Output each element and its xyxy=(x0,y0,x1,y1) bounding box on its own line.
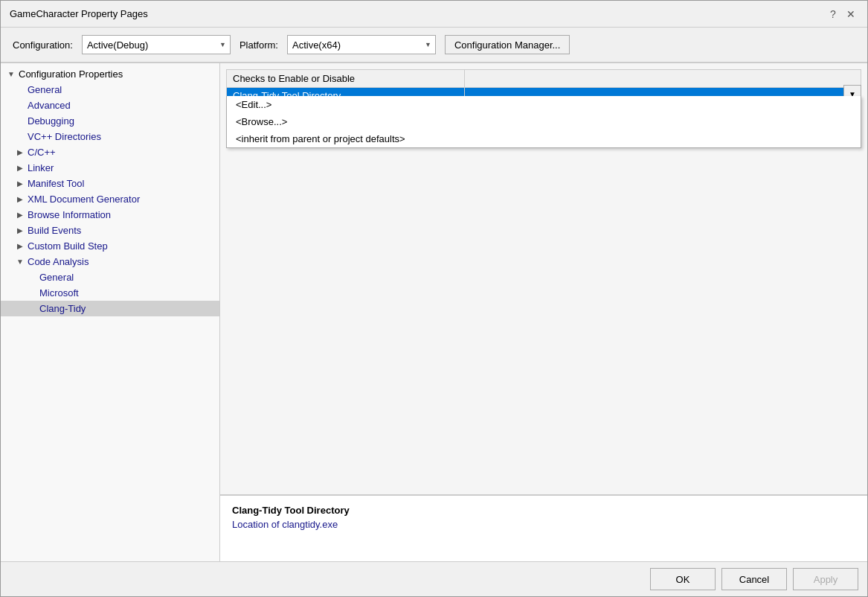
expand-icon-xml-doc: ▶ xyxy=(16,195,25,203)
window-title: GameCharacter Property Pages xyxy=(10,8,148,19)
sidebar-item-ca-general[interactable]: General xyxy=(1,269,219,285)
sidebar-label-debugging: Debugging xyxy=(28,115,74,127)
right-panel: Checks to Enable or Disable Clang-Tidy T… xyxy=(220,63,867,561)
col2-header xyxy=(465,70,861,88)
sidebar-label-build-events: Build Events xyxy=(28,225,81,236)
config-select-wrapper: Active(Debug) xyxy=(82,35,231,54)
sidebar-item-microsoft[interactable]: Microsoft xyxy=(1,285,219,301)
sidebar-label-code-analysis: Code Analysis xyxy=(28,256,89,267)
sidebar: ▼Configuration PropertiesGeneralAdvanced… xyxy=(1,63,220,561)
expand-icon-cpp: ▶ xyxy=(16,148,25,156)
sidebar-label-xml-doc: XML Document Generator xyxy=(28,194,140,205)
sidebar-label-ca-general: General xyxy=(39,272,74,283)
close-button[interactable]: ✕ xyxy=(843,7,858,22)
expand-icon-config-properties: ▼ xyxy=(7,70,16,78)
sidebar-label-browse-info: Browse Information xyxy=(28,209,111,220)
sidebar-label-clang-tidy: Clang-Tidy xyxy=(39,303,86,314)
expand-icon-browse-info: ▶ xyxy=(16,211,25,219)
expand-icon-linker: ▶ xyxy=(16,164,25,172)
sidebar-item-custom-build[interactable]: ▶Custom Build Step xyxy=(1,238,219,254)
expand-icon-code-analysis: ▼ xyxy=(16,258,25,266)
footer: OK Cancel Apply xyxy=(1,561,867,596)
main-content: ▼Configuration PropertiesGeneralAdvanced… xyxy=(1,63,867,561)
apply-button[interactable]: Apply xyxy=(793,568,858,590)
sidebar-label-general: General xyxy=(28,84,62,95)
ok-button[interactable]: OK xyxy=(650,568,716,590)
sidebar-item-debugging[interactable]: Debugging xyxy=(1,113,219,129)
cancel-button[interactable]: Cancel xyxy=(721,568,787,590)
sidebar-label-vc-directories: VC++ Directories xyxy=(28,131,101,142)
sidebar-label-custom-build: Custom Build Step xyxy=(28,240,108,252)
description-title: Clang-Tidy Tool Directory xyxy=(232,505,855,516)
property-area: Checks to Enable or Disable Clang-Tidy T… xyxy=(220,63,867,494)
sidebar-item-general[interactable]: General xyxy=(1,82,219,98)
sidebar-label-linker: Linker xyxy=(28,162,54,173)
sidebar-item-build-events[interactable]: ▶Build Events xyxy=(1,223,219,238)
config-select[interactable]: Active(Debug) xyxy=(82,35,231,54)
sidebar-item-code-analysis[interactable]: ▼Code Analysis xyxy=(1,254,219,269)
expand-icon-manifest-tool: ▶ xyxy=(16,179,25,188)
sidebar-item-config-properties[interactable]: ▼Configuration Properties xyxy=(1,66,219,82)
sidebar-label-advanced: Advanced xyxy=(28,100,71,111)
description-text: Location of clangtidy.exe xyxy=(232,519,855,530)
sidebar-item-vc-directories[interactable]: VC++ Directories xyxy=(1,129,219,144)
dropdown-item-browse[interactable]: <Browse...> xyxy=(227,113,861,130)
sidebar-label-cpp: C/C++ xyxy=(28,147,56,158)
help-button[interactable]: ? xyxy=(826,7,840,22)
sidebar-item-xml-doc[interactable]: ▶XML Document Generator xyxy=(1,191,219,207)
expand-icon-custom-build: ▶ xyxy=(16,242,25,250)
platform-select[interactable]: Active(x64) xyxy=(287,35,436,54)
dropdown-item-inherit[interactable]: <inherit from parent or project defaults… xyxy=(227,130,861,147)
config-label: Configuration: xyxy=(13,39,73,51)
platform-select-wrapper: Active(x64) xyxy=(287,35,436,54)
sidebar-label-manifest-tool: Manifest Tool xyxy=(28,178,84,189)
sidebar-label-config-properties: Configuration Properties xyxy=(19,68,123,80)
config-row: Configuration: Active(Debug) Platform: A… xyxy=(1,28,867,63)
dialog-window: GameCharacter Property Pages ? ✕ Configu… xyxy=(0,0,868,597)
config-manager-button[interactable]: Configuration Manager... xyxy=(445,35,570,54)
sidebar-label-microsoft: Microsoft xyxy=(39,287,79,298)
expand-icon-build-events: ▶ xyxy=(16,226,25,234)
description-area: Clang-Tidy Tool Directory Location of cl… xyxy=(220,494,867,561)
sidebar-item-advanced[interactable]: Advanced xyxy=(1,98,219,113)
dropdown-overlay: <Edit...><Browse...><inherit from parent… xyxy=(226,96,861,148)
sidebar-item-cpp[interactable]: ▶C/C++ xyxy=(1,144,219,160)
col1-header: Checks to Enable or Disable xyxy=(227,70,465,88)
title-bar: GameCharacter Property Pages ? ✕ xyxy=(1,1,867,28)
sidebar-item-manifest-tool[interactable]: ▶Manifest Tool xyxy=(1,176,219,191)
dropdown-item-edit[interactable]: <Edit...> xyxy=(227,96,861,113)
sidebar-item-clang-tidy[interactable]: Clang-Tidy xyxy=(1,301,219,316)
sidebar-item-linker[interactable]: ▶Linker xyxy=(1,160,219,176)
platform-label: Platform: xyxy=(239,39,278,51)
title-bar-buttons: ? ✕ xyxy=(826,7,858,22)
sidebar-item-browse-info[interactable]: ▶Browse Information xyxy=(1,207,219,223)
